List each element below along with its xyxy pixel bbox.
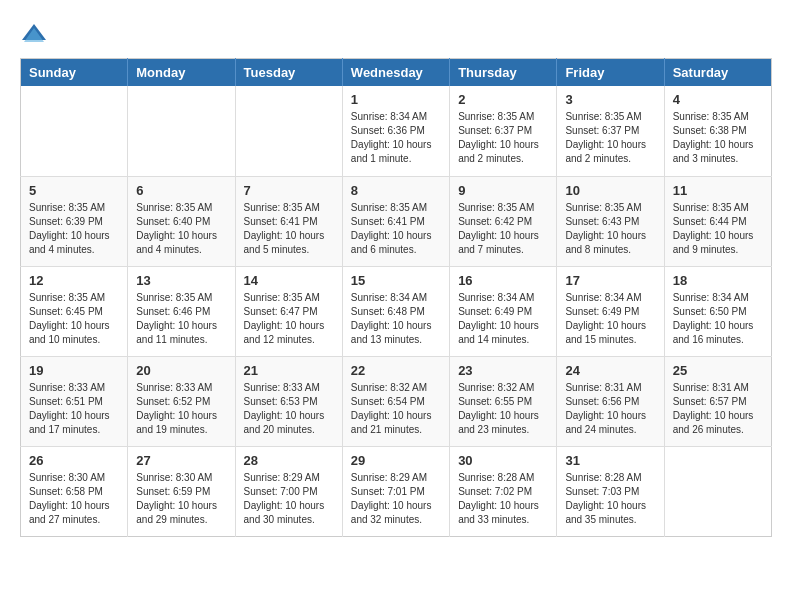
- calendar-cell: 23Sunrise: 8:32 AM Sunset: 6:55 PM Dayli…: [450, 356, 557, 446]
- day-info: Sunrise: 8:34 AM Sunset: 6:50 PM Dayligh…: [673, 291, 763, 347]
- day-number: 3: [565, 92, 655, 107]
- day-info: Sunrise: 8:35 AM Sunset: 6:37 PM Dayligh…: [458, 110, 548, 166]
- calendar-cell: 10Sunrise: 8:35 AM Sunset: 6:43 PM Dayli…: [557, 176, 664, 266]
- day-number: 28: [244, 453, 334, 468]
- calendar-cell: 6Sunrise: 8:35 AM Sunset: 6:40 PM Daylig…: [128, 176, 235, 266]
- calendar-cell: 28Sunrise: 8:29 AM Sunset: 7:00 PM Dayli…: [235, 446, 342, 536]
- page-header: [20, 20, 772, 48]
- calendar-cell: 26Sunrise: 8:30 AM Sunset: 6:58 PM Dayli…: [21, 446, 128, 536]
- calendar-cell: 21Sunrise: 8:33 AM Sunset: 6:53 PM Dayli…: [235, 356, 342, 446]
- day-info: Sunrise: 8:32 AM Sunset: 6:54 PM Dayligh…: [351, 381, 441, 437]
- day-header-thursday: Thursday: [450, 59, 557, 87]
- day-number: 9: [458, 183, 548, 198]
- calendar-week-row: 19Sunrise: 8:33 AM Sunset: 6:51 PM Dayli…: [21, 356, 772, 446]
- day-header-tuesday: Tuesday: [235, 59, 342, 87]
- day-number: 15: [351, 273, 441, 288]
- day-info: Sunrise: 8:33 AM Sunset: 6:51 PM Dayligh…: [29, 381, 119, 437]
- calendar-cell: 16Sunrise: 8:34 AM Sunset: 6:49 PM Dayli…: [450, 266, 557, 356]
- calendar-cell: 14Sunrise: 8:35 AM Sunset: 6:47 PM Dayli…: [235, 266, 342, 356]
- calendar-cell: 9Sunrise: 8:35 AM Sunset: 6:42 PM Daylig…: [450, 176, 557, 266]
- day-number: 31: [565, 453, 655, 468]
- day-header-friday: Friday: [557, 59, 664, 87]
- calendar-week-row: 1Sunrise: 8:34 AM Sunset: 6:36 PM Daylig…: [21, 86, 772, 176]
- calendar-cell: 11Sunrise: 8:35 AM Sunset: 6:44 PM Dayli…: [664, 176, 771, 266]
- day-number: 12: [29, 273, 119, 288]
- day-info: Sunrise: 8:30 AM Sunset: 6:59 PM Dayligh…: [136, 471, 226, 527]
- day-info: Sunrise: 8:29 AM Sunset: 7:00 PM Dayligh…: [244, 471, 334, 527]
- calendar-cell: 31Sunrise: 8:28 AM Sunset: 7:03 PM Dayli…: [557, 446, 664, 536]
- day-info: Sunrise: 8:31 AM Sunset: 6:57 PM Dayligh…: [673, 381, 763, 437]
- day-number: 8: [351, 183, 441, 198]
- calendar-cell: 17Sunrise: 8:34 AM Sunset: 6:49 PM Dayli…: [557, 266, 664, 356]
- calendar-cell: 5Sunrise: 8:35 AM Sunset: 6:39 PM Daylig…: [21, 176, 128, 266]
- day-number: 27: [136, 453, 226, 468]
- day-number: 2: [458, 92, 548, 107]
- day-info: Sunrise: 8:34 AM Sunset: 6:48 PM Dayligh…: [351, 291, 441, 347]
- day-number: 13: [136, 273, 226, 288]
- day-header-sunday: Sunday: [21, 59, 128, 87]
- calendar-cell: 2Sunrise: 8:35 AM Sunset: 6:37 PM Daylig…: [450, 86, 557, 176]
- day-number: 23: [458, 363, 548, 378]
- calendar-cell: 25Sunrise: 8:31 AM Sunset: 6:57 PM Dayli…: [664, 356, 771, 446]
- day-info: Sunrise: 8:28 AM Sunset: 7:02 PM Dayligh…: [458, 471, 548, 527]
- day-number: 30: [458, 453, 548, 468]
- day-info: Sunrise: 8:28 AM Sunset: 7:03 PM Dayligh…: [565, 471, 655, 527]
- day-number: 24: [565, 363, 655, 378]
- calendar-cell: [664, 446, 771, 536]
- calendar-cell: [21, 86, 128, 176]
- day-number: 6: [136, 183, 226, 198]
- calendar-cell: 3Sunrise: 8:35 AM Sunset: 6:37 PM Daylig…: [557, 86, 664, 176]
- calendar-cell: 22Sunrise: 8:32 AM Sunset: 6:54 PM Dayli…: [342, 356, 449, 446]
- day-info: Sunrise: 8:35 AM Sunset: 6:43 PM Dayligh…: [565, 201, 655, 257]
- logo: [20, 20, 52, 48]
- day-info: Sunrise: 8:33 AM Sunset: 6:52 PM Dayligh…: [136, 381, 226, 437]
- day-info: Sunrise: 8:33 AM Sunset: 6:53 PM Dayligh…: [244, 381, 334, 437]
- day-number: 4: [673, 92, 763, 107]
- calendar-cell: 20Sunrise: 8:33 AM Sunset: 6:52 PM Dayli…: [128, 356, 235, 446]
- calendar-cell: 19Sunrise: 8:33 AM Sunset: 6:51 PM Dayli…: [21, 356, 128, 446]
- day-number: 5: [29, 183, 119, 198]
- day-info: Sunrise: 8:35 AM Sunset: 6:41 PM Dayligh…: [244, 201, 334, 257]
- calendar-cell: 4Sunrise: 8:35 AM Sunset: 6:38 PM Daylig…: [664, 86, 771, 176]
- day-info: Sunrise: 8:32 AM Sunset: 6:55 PM Dayligh…: [458, 381, 548, 437]
- day-number: 19: [29, 363, 119, 378]
- day-number: 29: [351, 453, 441, 468]
- day-info: Sunrise: 8:34 AM Sunset: 6:49 PM Dayligh…: [458, 291, 548, 347]
- calendar-cell: 24Sunrise: 8:31 AM Sunset: 6:56 PM Dayli…: [557, 356, 664, 446]
- day-info: Sunrise: 8:35 AM Sunset: 6:45 PM Dayligh…: [29, 291, 119, 347]
- day-header-saturday: Saturday: [664, 59, 771, 87]
- calendar-table: SundayMondayTuesdayWednesdayThursdayFrid…: [20, 58, 772, 537]
- calendar-cell: 29Sunrise: 8:29 AM Sunset: 7:01 PM Dayli…: [342, 446, 449, 536]
- calendar-cell: 8Sunrise: 8:35 AM Sunset: 6:41 PM Daylig…: [342, 176, 449, 266]
- day-info: Sunrise: 8:35 AM Sunset: 6:37 PM Dayligh…: [565, 110, 655, 166]
- day-number: 18: [673, 273, 763, 288]
- day-info: Sunrise: 8:34 AM Sunset: 6:49 PM Dayligh…: [565, 291, 655, 347]
- day-number: 10: [565, 183, 655, 198]
- day-number: 17: [565, 273, 655, 288]
- calendar-cell: 7Sunrise: 8:35 AM Sunset: 6:41 PM Daylig…: [235, 176, 342, 266]
- day-number: 20: [136, 363, 226, 378]
- day-info: Sunrise: 8:35 AM Sunset: 6:40 PM Dayligh…: [136, 201, 226, 257]
- day-number: 1: [351, 92, 441, 107]
- day-info: Sunrise: 8:35 AM Sunset: 6:44 PM Dayligh…: [673, 201, 763, 257]
- logo-icon: [20, 20, 48, 48]
- calendar-cell: 15Sunrise: 8:34 AM Sunset: 6:48 PM Dayli…: [342, 266, 449, 356]
- calendar-week-row: 5Sunrise: 8:35 AM Sunset: 6:39 PM Daylig…: [21, 176, 772, 266]
- calendar-cell: [235, 86, 342, 176]
- day-header-wednesday: Wednesday: [342, 59, 449, 87]
- calendar-cell: 13Sunrise: 8:35 AM Sunset: 6:46 PM Dayli…: [128, 266, 235, 356]
- day-info: Sunrise: 8:30 AM Sunset: 6:58 PM Dayligh…: [29, 471, 119, 527]
- calendar-week-row: 26Sunrise: 8:30 AM Sunset: 6:58 PM Dayli…: [21, 446, 772, 536]
- day-header-monday: Monday: [128, 59, 235, 87]
- day-info: Sunrise: 8:34 AM Sunset: 6:36 PM Dayligh…: [351, 110, 441, 166]
- day-number: 25: [673, 363, 763, 378]
- day-number: 26: [29, 453, 119, 468]
- calendar-week-row: 12Sunrise: 8:35 AM Sunset: 6:45 PM Dayli…: [21, 266, 772, 356]
- day-info: Sunrise: 8:35 AM Sunset: 6:41 PM Dayligh…: [351, 201, 441, 257]
- day-info: Sunrise: 8:35 AM Sunset: 6:42 PM Dayligh…: [458, 201, 548, 257]
- day-info: Sunrise: 8:29 AM Sunset: 7:01 PM Dayligh…: [351, 471, 441, 527]
- day-info: Sunrise: 8:35 AM Sunset: 6:47 PM Dayligh…: [244, 291, 334, 347]
- day-number: 14: [244, 273, 334, 288]
- calendar-cell: 27Sunrise: 8:30 AM Sunset: 6:59 PM Dayli…: [128, 446, 235, 536]
- calendar-header-row: SundayMondayTuesdayWednesdayThursdayFrid…: [21, 59, 772, 87]
